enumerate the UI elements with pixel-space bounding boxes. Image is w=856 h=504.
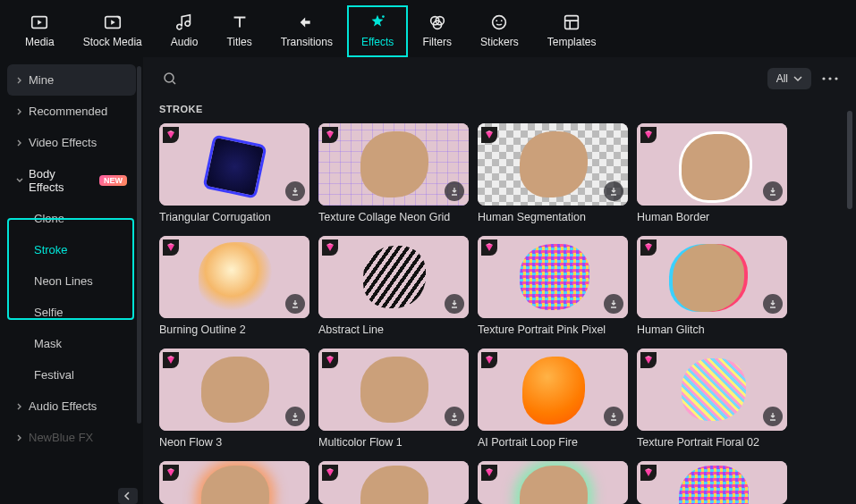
effect-card-label: Texture Portrait Pink Pixel — [478, 323, 628, 336]
effect-card[interactable] — [478, 461, 628, 504]
effect-card[interactable]: Human Glitch — [637, 236, 787, 336]
sidebar-item-label: Recommended — [29, 105, 107, 118]
topnav-item-transitions[interactable]: Transitions — [267, 5, 347, 57]
effect-thumbnail[interactable] — [478, 123, 628, 206]
audio-icon — [174, 13, 194, 32]
effect-card[interactable]: Human Border — [637, 123, 787, 223]
effect-thumbnail[interactable] — [159, 123, 309, 206]
effect-card[interactable]: Neon Flow 3 — [159, 349, 309, 449]
topnav-item-audio[interactable]: Audio — [157, 5, 213, 57]
download-button[interactable] — [763, 407, 783, 426]
premium-badge — [163, 465, 179, 481]
more-button[interactable] — [820, 69, 840, 88]
sidebar-scrollbar[interactable] — [137, 66, 141, 424]
effect-thumbnail[interactable] — [318, 349, 469, 431]
premium-badge — [163, 352, 179, 368]
effect-thumbnail[interactable] — [318, 123, 469, 206]
sidebar-item-selfie[interactable]: Selfie — [7, 297, 136, 328]
stock-media-icon — [103, 13, 123, 32]
premium-badge — [322, 127, 338, 143]
effect-card[interactable]: Texture Collage Neon Grid — [318, 123, 469, 223]
chevron-down-icon — [16, 177, 23, 184]
svg-point-12 — [828, 77, 831, 80]
effect-thumbnail[interactable] — [159, 461, 309, 504]
topnav-item-stickers[interactable]: Stickers — [466, 5, 533, 57]
filters-icon — [428, 13, 447, 32]
effect-card[interactable] — [637, 461, 787, 504]
chevron-left-icon — [123, 491, 132, 500]
sidebar-item-stroke[interactable]: Stroke — [7, 234, 136, 265]
download-button[interactable] — [763, 294, 783, 314]
effect-card[interactable]: Texture Portrait Pink Pixel — [478, 236, 628, 336]
effect-card-label: Human Border — [637, 211, 787, 223]
effect-thumbnail[interactable] — [318, 461, 469, 504]
content-scrollbar[interactable] — [847, 111, 852, 209]
filter-dropdown[interactable]: All — [767, 68, 811, 89]
download-button[interactable] — [285, 407, 305, 426]
sidebar-item-neon-lines[interactable]: Neon Lines — [7, 265, 136, 297]
effect-thumbnail[interactable] — [637, 236, 787, 318]
effect-thumbnail[interactable] — [159, 236, 309, 318]
effect-card[interactable]: Triangular Corrugation — [159, 123, 309, 223]
chevron-right-icon — [16, 77, 23, 84]
effect-thumbnail[interactable] — [478, 461, 628, 504]
svg-point-13 — [835, 77, 837, 80]
download-button[interactable] — [445, 294, 464, 314]
topnav-item-filters[interactable]: Filters — [408, 5, 466, 57]
topnav-item-templates[interactable]: Templates — [533, 5, 611, 57]
content-toolbar: All — [159, 66, 840, 97]
topnav-item-titles[interactable]: Titles — [212, 5, 266, 57]
sidebar: MineRecommendedVideo EffectsBody Effects… — [0, 57, 143, 504]
effect-card[interactable]: Abstract Line — [318, 236, 469, 336]
download-button[interactable] — [445, 181, 464, 201]
effect-card[interactable]: Texture Portrait Floral 02 — [637, 349, 787, 449]
download-button[interactable] — [604, 181, 623, 201]
effect-card[interactable]: Burning Outline 2 — [159, 236, 309, 336]
sidebar-item-label: Mask — [34, 337, 62, 350]
topnav-item-media[interactable]: Media — [11, 5, 69, 57]
topnav-item-effects[interactable]: Effects — [347, 5, 408, 57]
effect-card[interactable] — [318, 461, 469, 504]
sidebar-item-audio-effects[interactable]: Audio Effects — [7, 391, 136, 422]
sidebar-item-clone[interactable]: Clone — [7, 203, 136, 234]
sidebar-item-festival[interactable]: Festival — [7, 359, 136, 391]
more-horizontal-icon — [822, 77, 838, 80]
sidebar-item-label: Audio Effects — [29, 399, 97, 413]
download-button[interactable] — [285, 181, 305, 201]
effect-card-label: AI Portrait Loop Fire — [478, 436, 628, 449]
topnav-item-stock-media[interactable]: Stock Media — [69, 5, 157, 57]
download-button[interactable] — [445, 407, 464, 426]
effects-icon — [368, 13, 387, 32]
effect-thumbnail[interactable] — [159, 349, 309, 431]
effect-card[interactable]: Human Segmentation — [478, 123, 628, 223]
effect-thumbnail[interactable] — [478, 349, 628, 431]
effect-card-label: Texture Collage Neon Grid — [318, 211, 469, 223]
sidebar-item-mask[interactable]: Mask — [7, 328, 136, 359]
download-button[interactable] — [763, 181, 783, 201]
thumbnail-art — [478, 461, 628, 504]
download-button[interactable] — [604, 407, 623, 426]
sidebar-item-label: Festival — [34, 368, 74, 382]
sidebar-item-video-effects[interactable]: Video Effects — [7, 127, 136, 158]
premium-badge — [322, 239, 338, 256]
effect-card[interactable]: Multicolor Flow 1 — [318, 349, 469, 449]
svg-point-2 — [382, 15, 385, 18]
sidebar-item-body-effects[interactable]: Body EffectsNEW — [7, 158, 136, 203]
effect-card[interactable] — [159, 461, 309, 504]
sidebar-collapse-button[interactable] — [118, 488, 138, 504]
download-button[interactable] — [604, 294, 623, 314]
effect-thumbnail[interactable] — [637, 123, 787, 206]
effect-thumbnail[interactable] — [637, 349, 787, 431]
sidebar-item-mine[interactable]: Mine — [7, 64, 136, 96]
chevron-right-icon — [16, 434, 23, 441]
effect-card[interactable]: AI Portrait Loop Fire — [478, 349, 628, 449]
sidebar-item-newblue-fx[interactable]: NewBlue FX — [7, 422, 136, 453]
main-area: MineRecommendedVideo EffectsBody Effects… — [0, 57, 856, 504]
effect-thumbnail[interactable] — [637, 461, 787, 504]
premium-badge — [481, 127, 497, 143]
search-button[interactable] — [159, 68, 181, 89]
download-button[interactable] — [285, 294, 305, 314]
effect-thumbnail[interactable] — [478, 236, 628, 318]
effect-thumbnail[interactable] — [318, 236, 469, 318]
sidebar-item-recommended[interactable]: Recommended — [7, 96, 136, 127]
